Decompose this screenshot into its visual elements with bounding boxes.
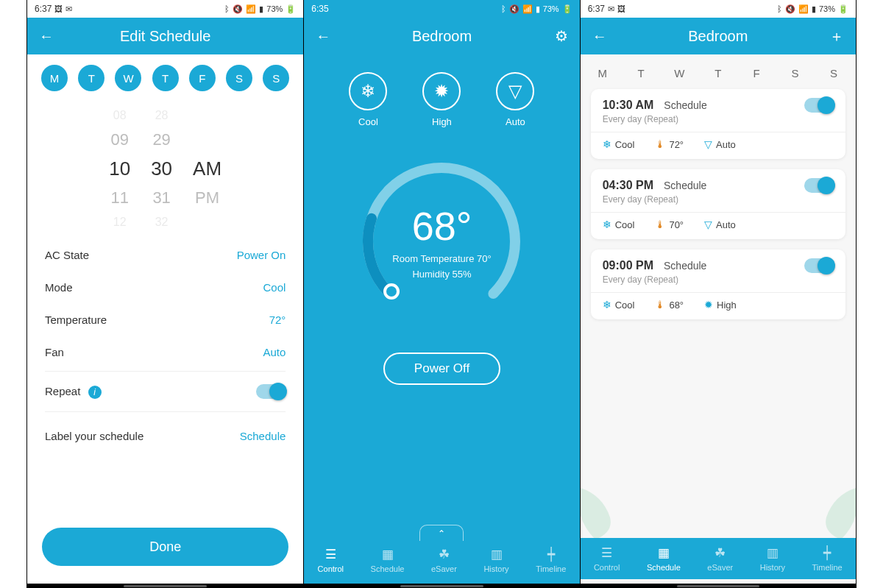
- humidity: Humidity 55%: [412, 269, 471, 280]
- chip-temp: 🌡68°: [655, 299, 684, 311]
- back-icon[interactable]: ←: [316, 28, 330, 45]
- plus-icon[interactable]: ＋: [829, 26, 844, 46]
- signal-icon: ▮: [536, 4, 540, 14]
- schedule-card[interactable]: 09:00 PM Schedule Every day (Repeat) ❄Co…: [591, 249, 845, 319]
- status-time: 6:37: [588, 4, 605, 14]
- minute-wheel[interactable]: 28 29 30 31 32: [151, 109, 172, 229]
- signal-icon: ▮: [259, 4, 263, 14]
- card-time: 10:30 AM: [603, 99, 654, 112]
- snowflake-icon: ❄: [349, 72, 387, 110]
- day-fri[interactable]: F: [748, 65, 765, 82]
- timeline-icon: ┿: [547, 547, 555, 562]
- card-toggle[interactable]: [804, 98, 834, 113]
- thermometer-icon: 🌡: [655, 299, 665, 311]
- mode-high[interactable]: ✹ High: [422, 72, 461, 127]
- hour-wheel[interactable]: 08 09 10 11 12: [109, 109, 130, 229]
- chevron-up-icon[interactable]: ⌃: [419, 525, 464, 541]
- signal-icon: ▮: [812, 4, 816, 14]
- chip-mode: ❄Cool: [603, 138, 635, 150]
- mail-icon: ✉: [608, 4, 614, 14]
- snowflake-icon: ❄: [603, 138, 611, 150]
- chart-icon: ▥: [767, 545, 779, 561]
- row-mode[interactable]: Mode Cool: [45, 271, 286, 303]
- back-icon[interactable]: ←: [592, 28, 607, 45]
- chart-icon: ▥: [491, 547, 503, 562]
- android-nav-bar: [581, 584, 856, 588]
- chip-mode: ❄Cool: [603, 219, 635, 230]
- chip-fan: ✹High: [704, 299, 737, 311]
- timeline-icon: ┿: [823, 545, 831, 561]
- day-wed[interactable]: W: [670, 65, 688, 82]
- sliders-icon: ☰: [325, 547, 336, 562]
- nav-control[interactable]: ☰Control: [594, 545, 620, 572]
- schedule-card[interactable]: 04:30 PM Schedule Every day (Repeat) ❄Co…: [591, 169, 845, 239]
- chip-mode: ❄Cool: [603, 299, 635, 311]
- calendar-icon: ▦: [658, 545, 670, 561]
- chip-fan: ▽Auto: [704, 219, 736, 230]
- day-chip-mon[interactable]: M: [41, 65, 68, 91]
- day-chip-thu[interactable]: T: [152, 65, 179, 91]
- card-sub: Every day (Repeat): [603, 194, 834, 205]
- day-tue[interactable]: T: [632, 65, 650, 82]
- nav-timeline[interactable]: ┿Timeline: [536, 547, 566, 573]
- leaf-decoration: [580, 473, 632, 547]
- schedule-card[interactable]: 10:30 AM Schedule Every day (Repeat) ❄Co…: [591, 89, 845, 159]
- app-bar: ← Bedroom ⚙: [304, 18, 579, 54]
- back-icon[interactable]: ←: [39, 28, 54, 45]
- nav-esaver[interactable]: ☘eSaver: [707, 545, 733, 572]
- day-mon[interactable]: M: [594, 65, 611, 82]
- leaf-decoration: [804, 473, 856, 547]
- android-nav-bar: [27, 584, 303, 588]
- nav-schedule[interactable]: ▦Schedule: [371, 547, 405, 573]
- power-button[interactable]: Power Off: [383, 353, 500, 385]
- shield-icon: ▽: [496, 72, 534, 110]
- mute-icon: 🔇: [509, 4, 519, 14]
- row-ac-state[interactable]: AC State Power On: [45, 238, 286, 271]
- nav-esaver[interactable]: ☘eSaver: [431, 547, 457, 573]
- page-title: Edit Schedule: [27, 28, 303, 45]
- nav-timeline[interactable]: ┿Timeline: [812, 545, 842, 572]
- thermometer-icon: 🌡: [655, 219, 665, 230]
- status-time: 6:35: [311, 4, 328, 14]
- nav-history[interactable]: ▥History: [483, 547, 508, 573]
- nav-history[interactable]: ▥History: [760, 545, 785, 572]
- day-thu[interactable]: T: [709, 65, 727, 82]
- image-icon: 🖼: [617, 4, 625, 13]
- android-nav-bar: [304, 584, 579, 588]
- card-label: Schedule: [664, 99, 706, 111]
- day-sun[interactable]: S: [825, 65, 843, 82]
- fan-icon: ▽: [704, 219, 712, 230]
- wifi-icon: 📶: [246, 4, 256, 14]
- row-label[interactable]: Label your schedule Schedule: [45, 415, 286, 456]
- row-fan[interactable]: Fan Auto: [45, 336, 286, 368]
- day-chip-fri[interactable]: F: [189, 65, 216, 91]
- temperature-dial[interactable]: 68° Room Temperature 70° Humidity 55%: [357, 157, 526, 326]
- time-picker[interactable]: 08 09 10 11 12 28 29 30 31 32 AM PM: [27, 99, 303, 238]
- calendar-icon: ▦: [382, 547, 394, 562]
- row-temperature[interactable]: Temperature 72°: [45, 303, 286, 336]
- day-chip-tue[interactable]: T: [78, 65, 104, 91]
- chip-fan: ▽Auto: [704, 138, 736, 150]
- day-chip-wed[interactable]: W: [115, 65, 141, 91]
- snowflake-icon: ❄: [603, 219, 611, 230]
- info-icon[interactable]: i: [88, 386, 102, 399]
- card-time: 04:30 PM: [603, 179, 653, 192]
- gear-icon[interactable]: ⚙: [555, 27, 568, 45]
- mode-auto[interactable]: ▽ Auto: [496, 72, 534, 127]
- app-bar: ← Edit Schedule: [27, 18, 303, 54]
- repeat-toggle[interactable]: [256, 384, 286, 399]
- day-chip-sat[interactable]: S: [226, 65, 252, 91]
- bluetooth-icon: ᛒ: [224, 4, 230, 13]
- nav-control[interactable]: ☰Control: [318, 547, 344, 573]
- card-toggle[interactable]: [804, 178, 834, 193]
- card-toggle[interactable]: [804, 258, 834, 273]
- nav-schedule[interactable]: ▦Schedule: [647, 545, 681, 572]
- done-button[interactable]: Done: [42, 528, 288, 566]
- leaf-icon: ☘: [714, 545, 726, 561]
- wifi-icon: 📶: [798, 4, 809, 14]
- mode-cool[interactable]: ❄ Cool: [349, 72, 387, 127]
- day-sat[interactable]: S: [787, 65, 804, 82]
- day-chip-sun[interactable]: S: [263, 65, 289, 91]
- leaf-icon: ☘: [439, 547, 450, 562]
- ampm-wheel[interactable]: AM PM: [193, 103, 221, 235]
